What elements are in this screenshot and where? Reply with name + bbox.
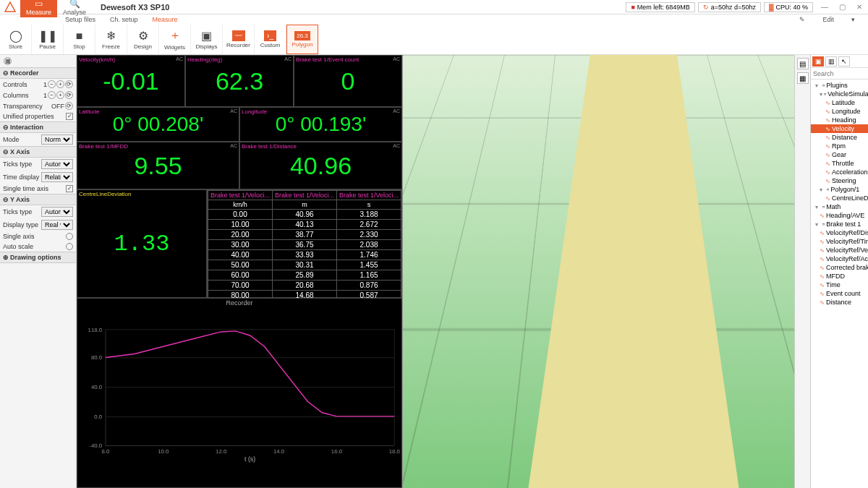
distance-display[interactable]: Brake test 1/DistanceAC40.96 — [239, 142, 402, 189]
layout-icon-1[interactable]: ▤ — [797, 58, 809, 69]
singleaxis-radio[interactable] — [66, 233, 73, 240]
brake-table[interactable]: Brake test 1/Veloci...Brake test 1/Veloc… — [207, 189, 402, 298]
tree-channel[interactable]: ∿Distance — [811, 133, 868, 142]
timedisp-select[interactable]: Relative — [41, 172, 73, 182]
longitude-display[interactable]: LongitudeAC0° 00.193' — [239, 107, 402, 142]
layout-icon-2[interactable]: ▦ — [797, 72, 809, 84]
singletime-label: Single time axis — [3, 185, 66, 192]
displays-button[interactable]: ▣Displays — [191, 25, 223, 54]
mfdd-display[interactable]: Brake test 1/MFDDAC9.55 — [77, 142, 239, 189]
tree-group[interactable]: ▾▫Polygon/1 — [811, 185, 868, 194]
tree-channel[interactable]: ∿VelocityRef/Distance — [811, 228, 868, 237]
tree-channel[interactable]: ∿Latitude — [811, 98, 868, 107]
table-row[interactable]: 60.0025.891.165 — [208, 270, 401, 281]
tree-channel[interactable]: ∿VelocityRef/Velocity — [811, 246, 868, 254]
tree-channel[interactable]: ∿Throttle — [811, 159, 868, 168]
window-minimize[interactable]: — — [816, 3, 833, 11]
columns-dec[interactable]: − — [48, 91, 56, 99]
mode-select[interactable]: Normal — [41, 134, 73, 145]
tree-mode-list[interactable]: ▥ — [825, 56, 837, 67]
window-close[interactable]: ✕ — [851, 3, 868, 11]
tree-channel[interactable]: ∿VelocityRef/Time — [811, 237, 868, 246]
store-button[interactable]: ◯Store — [0, 25, 32, 54]
tree-channel[interactable]: ∿Acceleration — [811, 168, 868, 176]
design-button[interactable]: ⚙Design — [127, 25, 159, 54]
tree-channel[interactable]: ∿MFDD — [811, 272, 868, 281]
channel-search-input[interactable] — [811, 68, 868, 80]
controls-reset[interactable]: ⟳ — [65, 80, 73, 88]
controls-dec[interactable]: − — [48, 80, 56, 88]
plus-icon: ＋ — [169, 28, 181, 43]
tree-channel[interactable]: ∿Event count — [811, 289, 868, 298]
tree-channel[interactable]: ∿Heading — [811, 116, 868, 124]
stop-button[interactable]: ■Stop — [64, 25, 95, 54]
table-row[interactable]: 20.0038.772.330 — [208, 230, 401, 240]
recorder-tab-button[interactable]: 〰Recorder — [223, 25, 255, 54]
menu-edit[interactable]: Edit — [815, 16, 841, 23]
table-row[interactable]: 30.0036.752.038 — [208, 240, 401, 250]
heading-display[interactable]: Heading(deg)AC62.3 — [185, 55, 294, 107]
tree-mode-folder[interactable]: ▣ — [812, 56, 824, 67]
tree-channel[interactable]: ∿Time — [811, 281, 868, 289]
table-row[interactable]: 10.0040.132.672 — [208, 220, 401, 230]
wave-icon: 〰 — [232, 30, 245, 41]
table-row[interactable]: 70.0020.680.876 — [208, 281, 401, 291]
yticks-select[interactable]: Automatic — [41, 207, 73, 217]
autoscale-radio[interactable] — [66, 243, 73, 250]
eventcount-display[interactable]: Brake test 1/Event countAC0 — [294, 55, 402, 107]
tree-channel[interactable]: ∿Corrected brake d — [811, 263, 868, 272]
menu-measure[interactable]: Measure — [145, 16, 185, 23]
tree-channel[interactable]: ∿Gear — [811, 150, 868, 159]
unified-checkbox[interactable]: ✓ — [66, 113, 73, 120]
tree-group[interactable]: ▾▫Brake test 1 — [811, 220, 868, 228]
table-row[interactable]: 0.0040.963.188 — [208, 210, 401, 220]
tree-channel[interactable]: ∿Heading/AVE — [811, 211, 868, 220]
disptype-select[interactable]: Real value — [41, 220, 73, 230]
tree-channel[interactable]: ∿VelocityRef/Accel — [811, 254, 868, 263]
recorder-chart[interactable]: Recorder 118.080.040.00.0-40.0 8.010.012… — [77, 298, 402, 488]
recorder-section-header[interactable]: ⊖Recorder — [0, 67, 76, 79]
tree-channel[interactable]: ∿CentreLineDeviation — [811, 194, 868, 202]
transparency-toggle[interactable]: ⟳ — [65, 102, 73, 110]
controls-inc[interactable]: + — [56, 80, 64, 88]
tab-analyse[interactable]: 🔍 Analyse — [57, 0, 92, 17]
polygon-tab-button[interactable]: 26.3Polygon — [286, 25, 318, 54]
tree-group[interactable]: ▾▫Math — [811, 202, 868, 211]
pause-button[interactable]: ❚❚Pause — [32, 25, 64, 54]
interaction-section-header[interactable]: ⊖Interaction — [0, 121, 76, 133]
tree-channel[interactable]: ∿Distance — [811, 298, 868, 307]
tree-group[interactable]: ▾▫VehicleSimulation — [811, 90, 868, 98]
tab-measure[interactable]: ▭ Measure — [20, 0, 57, 17]
menu-dropdown-icon[interactable]: ▾ — [844, 16, 862, 23]
autoscale-label: Auto scale — [3, 243, 66, 250]
svg-text:16.0: 16.0 — [331, 448, 343, 455]
custom-tab-button[interactable]: ›_Custom — [255, 25, 286, 54]
menu-ch-setup[interactable]: Ch. setup — [103, 16, 145, 23]
freeze-button[interactable]: ❄Freeze — [95, 25, 127, 54]
tree-channel[interactable]: ∿Longitude — [811, 107, 868, 116]
tree-channel[interactable]: ∿Velocity — [811, 124, 868, 133]
panel-toggle-icon[interactable]: ▦ — [4, 57, 12, 65]
columns-reset[interactable]: ⟳ — [65, 91, 73, 99]
numeric-icon: 26.3 — [294, 31, 310, 40]
xaxis-section-header[interactable]: ⊖X Axis — [0, 146, 76, 158]
tree-mode-cursor[interactable]: ↖ — [838, 56, 850, 67]
window-maximize[interactable]: ▢ — [833, 3, 851, 11]
tree-channel[interactable]: ∿Steering — [811, 176, 868, 185]
latitude-display[interactable]: LatitudeAC0° 00.208' — [77, 107, 239, 142]
velocity-display[interactable]: Velocity(km/h)AC-0.01 — [77, 55, 185, 107]
menu-setup-files[interactable]: Setup files — [58, 16, 103, 23]
tree-group[interactable]: ▾▫Plugins — [811, 81, 868, 90]
centreline-display[interactable]: CentreLineDeviation1.33 — [77, 189, 207, 298]
yaxis-section-header[interactable]: ⊖Y Axis — [0, 194, 76, 205]
xticks-select[interactable]: Automatic — [41, 159, 73, 169]
table-row[interactable]: 50.0030.311.455 — [208, 260, 401, 270]
columns-inc[interactable]: + — [56, 91, 64, 99]
tree-channel[interactable]: ∿Rpm — [811, 142, 868, 150]
3d-view[interactable] — [402, 55, 794, 488]
table-row[interactable]: 40.0033.931.746 — [208, 250, 401, 260]
drawopt-section-header[interactable]: ⊕Drawing options — [0, 252, 76, 263]
widgets-button[interactable]: ＋Widgets — [159, 25, 191, 54]
singletime-checkbox[interactable]: ✓ — [66, 185, 73, 192]
columns-value: 1 — [43, 92, 47, 99]
